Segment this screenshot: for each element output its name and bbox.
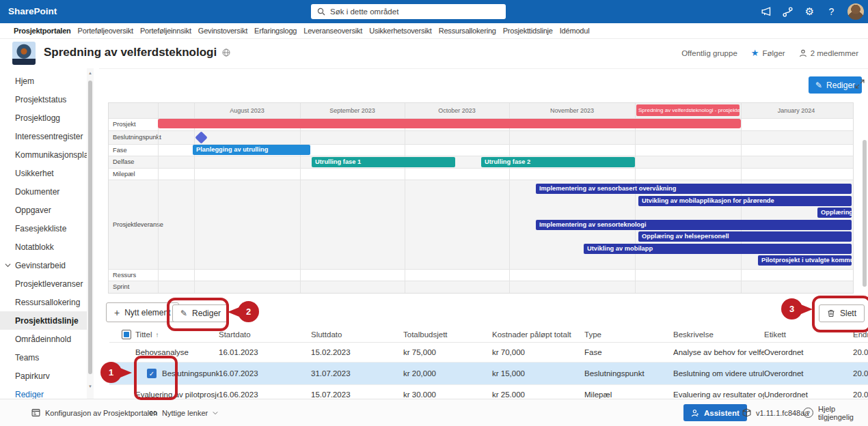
- nav-item-gevinstoversikt[interactable]: Gevinstoversikt: [198, 27, 247, 35]
- share-sync-icon[interactable]: [782, 6, 794, 18]
- select-all-checkbox[interactable]: [122, 330, 131, 339]
- sidebar-item-label: Notatblokk: [15, 242, 54, 252]
- gantt-bar[interactable]: Utvikling av mobilapp: [584, 244, 852, 254]
- balloon-tail: [228, 306, 243, 318]
- column-header-startdato[interactable]: Startdato: [219, 330, 311, 339]
- sidebar-item-kommunikasjonsplan[interactable]: Kommunikasjonsplan: [0, 145, 87, 164]
- sidebar-item-oppgaver[interactable]: Oppgaver: [0, 201, 87, 219]
- sidebar-item-prosjektleveranser[interactable]: Prosjektleveranser: [0, 274, 87, 293]
- sharepoint-logo[interactable]: SharePoint: [8, 6, 57, 16]
- gantt-row-label-fase: Fase: [113, 144, 159, 156]
- gantt-bar[interactable]: Opplæring av helsepersonell: [638, 231, 852, 242]
- cell-value: kr 75,000: [403, 348, 436, 356]
- cell-type: Beslutningspunkt: [584, 369, 673, 378]
- megaphone-icon[interactable]: [760, 6, 772, 18]
- column-header-label: Totalbudsjett: [403, 330, 448, 339]
- nav-item-porteføljeoversikt[interactable]: Porteføljeoversikt: [78, 27, 133, 35]
- gantt-month-label: November 2023: [509, 103, 635, 118]
- cell-value: Beslutningspunkt: [584, 369, 645, 378]
- sort-ascending-icon: ↑: [156, 331, 159, 339]
- table-row[interactable]: Evaluering av pilotprosjekt16.06.202315.…: [109, 385, 868, 399]
- gantt-bar[interactable]: Utrulling fase 2: [481, 157, 635, 167]
- column-header-type[interactable]: Type: [584, 330, 673, 339]
- gantt-month-label: October 2023: [405, 103, 509, 118]
- table-row[interactable]: Behovsanalyse16.01.202315.02.2023kr 75,0…: [109, 343, 868, 363]
- cell-sluttdato: 15.02.2023: [311, 348, 403, 356]
- sidebar-item-prosjektlogg[interactable]: Prosjektlogg: [0, 109, 87, 127]
- edit-page-button[interactable]: ✎ Rediger: [809, 76, 862, 94]
- nav-item-leveranseoversikt[interactable]: Leveranseoversikt: [303, 27, 362, 35]
- gantt-bar[interactable]: Utrulling fase 1: [312, 157, 455, 167]
- useful-links-label: Nyttige lenker: [162, 409, 208, 417]
- sidebar-item-ressursallokering[interactable]: Ressursallokering: [0, 293, 87, 311]
- link-icon: [149, 409, 157, 417]
- sidebar-item-prosjekttidslinje[interactable]: Prosjekttidslinje: [0, 311, 87, 330]
- sidebar-item-papirkurv[interactable]: Papirkurv: [0, 367, 87, 385]
- nav-item-usikkerhetsoversikt[interactable]: Usikkerhetsoversikt: [369, 27, 432, 35]
- gear-icon[interactable]: ⚙: [804, 6, 815, 18]
- sidebar-scrollbar[interactable]: ▲ ▼: [87, 68, 94, 399]
- cell-value: 16.06.2023: [219, 390, 258, 399]
- page-scrollbar-thumb[interactable]: [863, 140, 867, 287]
- column-header-kostnader-påløpt-totalt[interactable]: Kostnader påløpt totalt: [492, 330, 584, 339]
- search-input[interactable]: Søk i dette området: [311, 4, 506, 19]
- user-avatar[interactable]: [847, 3, 864, 20]
- nav-item-porteføljeinnsikt[interactable]: Porteføljeinnsikt: [140, 27, 191, 35]
- items-list: Tittel↑StartdatoSluttdatoTotalbudsjettKo…: [109, 326, 868, 399]
- sidebar-item-gevinstarbeid[interactable]: Gevinstarbeid: [0, 256, 87, 274]
- column-header-sluttdato[interactable]: Sluttdato: [311, 330, 403, 339]
- gantt-bar[interactable]: Implementering av sensorbasert overvåkni…: [536, 184, 852, 194]
- site-logo[interactable]: [12, 42, 36, 65]
- nav-item-erfaringslogg[interactable]: Erfaringslogg: [254, 27, 297, 35]
- sidebar-item-områdeinnhold[interactable]: Områdeinnhold: [0, 330, 87, 348]
- gantt-bar[interactable]: Pilotprosjekt i utvalgte kommuner: [758, 255, 852, 266]
- scroll-up-icon[interactable]: ▲: [87, 71, 94, 75]
- gantt-bar[interactable]: Opplæringsp: [817, 208, 852, 218]
- cell-value: 20.06: [853, 390, 868, 399]
- sidebar-item-fasesjekkliste[interactable]: Fasesjekkliste: [0, 219, 87, 238]
- column-header-tittel[interactable]: Tittel↑: [135, 330, 219, 339]
- config-window-icon: [31, 408, 40, 417]
- sidebar-item-dokumenter[interactable]: Dokumenter: [0, 182, 87, 201]
- scrollbar-thumb[interactable]: [88, 81, 92, 374]
- cell-startdato: 16.06.2023: [219, 390, 311, 399]
- help-available[interactable]: ? Hjelp tilgjengelig: [803, 399, 868, 426]
- gantt-bar[interactable]: [158, 119, 741, 128]
- search-placeholder: Søk i dette området: [330, 8, 398, 16]
- sidebar-item-teams[interactable]: Teams: [0, 348, 87, 367]
- nav-item-ressursallokering[interactable]: Ressursallokering: [439, 27, 496, 35]
- nav-item-idémodul[interactable]: Idémodul: [560, 27, 590, 35]
- gantt-bar[interactable]: Implementering av sensorteknologi: [536, 220, 852, 230]
- nav-item-prosjekttidslinje[interactable]: Prosjekttidslinje: [503, 27, 553, 35]
- useful-links-menu[interactable]: Nyttige lenker: [149, 399, 218, 426]
- portal-config-link[interactable]: Konfigurasjon av Prosjektportalen: [31, 399, 157, 426]
- gantt-row-label-prosjekt: Prosjekt: [113, 118, 159, 130]
- sidebar-item-prosjektstatus[interactable]: Prosjektstatus: [0, 90, 87, 109]
- page-title[interactable]: Spredning av velferdsteknologi: [44, 46, 217, 59]
- sidebar-item-hjem[interactable]: Hjem: [0, 72, 87, 90]
- gantt-bar[interactable]: Utvikling av mobilapplikasjon for pårøre…: [638, 196, 852, 206]
- scroll-down-icon[interactable]: ▼: [87, 384, 94, 388]
- gantt-month-label: August 2023: [194, 103, 300, 118]
- members-button[interactable]: 2 medlemmer: [799, 49, 858, 57]
- follow-button[interactable]: ★ Følger: [751, 48, 785, 58]
- column-header-label: Etikett: [764, 330, 786, 339]
- help-icon[interactable]: ?: [826, 6, 837, 18]
- sidebar-item-notatblokk[interactable]: Notatblokk: [0, 238, 87, 256]
- assistant-button[interactable]: Assistent: [683, 404, 747, 421]
- column-header-totalbudsjett[interactable]: Totalbudsjett: [403, 330, 492, 339]
- sidebar: HjemProsjektstatusProsjektloggInteressen…: [0, 68, 99, 399]
- gantt-bar[interactable]: Planlegging av utrulling: [193, 145, 310, 155]
- table-row[interactable]: ✓Beslutningspunkt for videre ut...16.07.…: [109, 363, 868, 385]
- sidebar-item-usikkerhet[interactable]: Usikkerhet: [0, 164, 87, 182]
- sidebar-item-rediger[interactable]: Rediger: [0, 385, 87, 399]
- sidebar-item-interessentregister[interactable]: Interessentregister: [0, 127, 87, 145]
- expand-icon[interactable]: [855, 79, 865, 89]
- cell-value: 20.06: [853, 348, 868, 356]
- cell-value: 16.01.2023: [219, 348, 258, 356]
- cell-startdato: 16.07.2023: [219, 369, 311, 378]
- nav-item-prosjektportalen[interactable]: Prosjektportalen: [14, 27, 71, 35]
- edit-page-label: Rediger: [826, 81, 855, 90]
- column-header-beskrivelse[interactable]: Beskrivelse: [673, 330, 764, 339]
- star-icon: ★: [751, 48, 759, 58]
